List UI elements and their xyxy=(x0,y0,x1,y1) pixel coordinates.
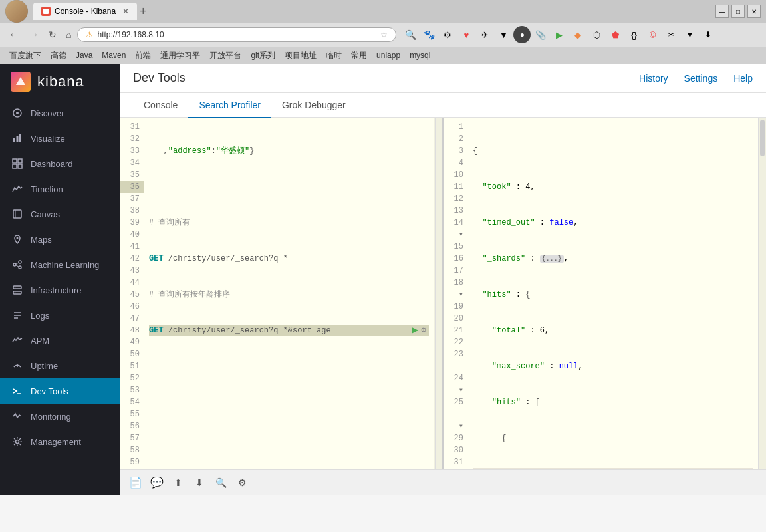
bookmark-frontend[interactable]: 前端 xyxy=(131,49,155,62)
maximize-button[interactable]: □ xyxy=(731,5,745,18)
left-scrollbar[interactable] xyxy=(434,118,442,469)
settings-link[interactable]: Settings xyxy=(684,73,718,84)
ext-icon-9[interactable]: ◆ xyxy=(569,26,586,43)
back-button[interactable]: ← xyxy=(5,27,23,42)
bookmark-icon[interactable]: ☆ xyxy=(380,30,388,39)
bottom-file-icon[interactable]: 📄 xyxy=(128,475,144,491)
ext-icon-15[interactable]: ▼ xyxy=(681,26,698,43)
right-scrollbar[interactable] xyxy=(758,118,766,469)
sidebar-item-label-dashboard: Dashboard xyxy=(31,159,73,169)
main-content: Dev Tools History Settings Help Console … xyxy=(120,64,766,495)
ext-icon-10[interactable]: ⬡ xyxy=(588,26,605,43)
kibana-logo-icon xyxy=(11,72,31,92)
bookmark-git[interactable]: git系列 xyxy=(247,49,279,62)
tab-search-profiler[interactable]: Search Profiler xyxy=(188,93,271,118)
ext-icon-4[interactable]: ✈ xyxy=(476,26,493,43)
nav-item-logs[interactable]: Logs xyxy=(0,303,120,328)
ext-icon-3[interactable]: ♥ xyxy=(457,26,475,43)
right-code-area[interactable]: 1 2 3 4 10 11 12 13 14 ▾ 15 16 17 18 xyxy=(444,118,766,469)
download-icon[interactable]: ⬇ xyxy=(700,26,717,43)
bookmarks-bar: 百度旗下 高德 Java Maven 前端 通用学习平 开放平台 git系列 项… xyxy=(0,47,766,64)
nav-item-dashboard[interactable]: Dashboard xyxy=(0,151,120,176)
browser-tab[interactable]: Console - Kibana ✕ xyxy=(33,3,137,20)
nav-item-devtools[interactable]: Dev Tools xyxy=(0,378,120,404)
management-icon xyxy=(11,435,24,448)
left-code-area[interactable]: 31 32 33 34 35 36 37 38 39 40 41 42 43 4… xyxy=(120,118,442,469)
bookmark-java[interactable]: Java xyxy=(72,50,96,61)
bottom-search-icon[interactable]: 🔍 xyxy=(213,475,229,491)
svg-point-15 xyxy=(19,266,21,269)
bookmark-maven[interactable]: Maven xyxy=(98,50,130,61)
run-button[interactable]: ▶ xyxy=(412,325,419,336)
tab-console[interactable]: Console xyxy=(133,93,188,118)
logs-icon xyxy=(11,309,24,322)
code-line: ,"address":"华盛顿"} xyxy=(149,145,429,157)
nav-item-timelion[interactable]: Timelion xyxy=(0,176,120,201)
forward-button[interactable]: → xyxy=(25,27,43,42)
bookmark-uniapp[interactable]: uniapp xyxy=(372,50,404,61)
nav-item-ml[interactable]: Machine Learning xyxy=(0,252,120,277)
ext-icon-12[interactable]: {} xyxy=(625,26,642,43)
nav-item-canvas[interactable]: Canvas xyxy=(0,201,120,227)
bookmark-common[interactable]: 常用 xyxy=(347,49,371,62)
sidebar-item-label-maps: Maps xyxy=(31,235,52,245)
bookmark-openplatform[interactable]: 开放平台 xyxy=(205,49,245,62)
code-line: # 查询所有 xyxy=(149,217,429,229)
svg-point-20 xyxy=(15,287,16,288)
nav-item-management[interactable]: Management xyxy=(0,429,120,454)
wrench-button[interactable]: ⚙ xyxy=(421,325,426,336)
ext-icon-2[interactable]: ⚙ xyxy=(439,26,456,43)
home-button[interactable]: ⌂ xyxy=(63,28,74,41)
bookmark-project[interactable]: 项目地址 xyxy=(281,49,320,62)
nav-item-monitoring[interactable]: Monitoring xyxy=(0,404,120,429)
bookmark-mysql[interactable]: mysql xyxy=(406,50,434,61)
code-line xyxy=(149,396,429,408)
tab-close[interactable]: ✕ xyxy=(122,7,129,16)
tab-favicon xyxy=(41,7,51,16)
history-link[interactable]: History xyxy=(639,73,668,84)
bookmark-baidu[interactable]: 百度旗下 xyxy=(5,49,45,62)
help-link[interactable]: Help xyxy=(733,73,753,84)
svg-rect-4 xyxy=(17,136,19,142)
ext-icon-13[interactable]: © xyxy=(644,26,661,43)
nav-item-maps[interactable]: Maps xyxy=(0,227,120,252)
nav-item-uptime[interactable]: Uptime xyxy=(0,353,120,378)
bookmark-temp[interactable]: 临时 xyxy=(322,49,346,62)
code-line-active: GET /christy/user/_search?q=*&sort=age ▶… xyxy=(149,325,429,336)
bottom-settings-icon[interactable]: ⚙ xyxy=(234,475,250,491)
ext-icon-5[interactable]: ▼ xyxy=(495,26,512,43)
bottom-upload-icon[interactable]: ⬆ xyxy=(170,475,186,491)
ext-icon-11[interactable]: ⬟ xyxy=(606,26,624,43)
left-code-content[interactable]: ,"address":"华盛顿"} # 查询所有 GET /christy/us… xyxy=(144,118,434,469)
svg-line-16 xyxy=(16,263,19,264)
svg-point-14 xyxy=(19,261,21,263)
ext-icon-7[interactable]: 📎 xyxy=(532,26,549,43)
address-bar[interactable]: ⚠ http://192.168.8.10 ☆ xyxy=(77,27,396,42)
devtools-header: Dev Tools History Settings Help xyxy=(120,64,766,93)
nav-item-apm[interactable]: APM xyxy=(0,328,120,353)
left-editor-panel: 31 32 33 34 35 36 37 38 39 40 41 42 43 4… xyxy=(120,118,444,469)
bookmark-learning[interactable]: 通用学习平 xyxy=(156,49,204,62)
refresh-button[interactable]: ↻ xyxy=(45,28,60,41)
close-button[interactable]: ✕ xyxy=(747,5,761,18)
ext-icon-8[interactable]: ▶ xyxy=(551,26,568,43)
right-code-content[interactable]: { "took" : 4, "timed_out" : false, "_sha… xyxy=(467,118,758,469)
devtools-icon xyxy=(11,384,24,398)
sidebar-item-label-monitoring: Monitoring xyxy=(31,412,71,422)
ext-icon-14[interactable]: ✂ xyxy=(662,26,680,43)
new-tab-button[interactable]: + xyxy=(140,5,147,19)
sidebar-item-label-infrastructure: Infrastructure xyxy=(31,285,82,295)
svg-point-27 xyxy=(16,440,19,444)
ext-icon-6[interactable]: ● xyxy=(513,26,531,43)
nav-item-infrastructure[interactable]: Infrastructure xyxy=(0,277,120,303)
bottom-download-icon[interactable]: ⬇ xyxy=(192,475,207,491)
sidebar: kibana Discover Visualize Dashboard xyxy=(0,64,120,495)
nav-item-discover[interactable]: Discover xyxy=(0,100,120,126)
tab-grok-debugger[interactable]: Grok Debugger xyxy=(271,93,356,118)
ext-icon-1[interactable]: 🐾 xyxy=(420,26,438,43)
bookmark-gaode[interactable]: 高德 xyxy=(47,49,70,62)
search-extension[interactable]: 🔍 xyxy=(402,26,419,43)
bottom-comment-icon[interactable]: 💬 xyxy=(149,475,165,491)
minimize-button[interactable]: — xyxy=(715,5,729,18)
nav-item-visualize[interactable]: Visualize xyxy=(0,126,120,151)
